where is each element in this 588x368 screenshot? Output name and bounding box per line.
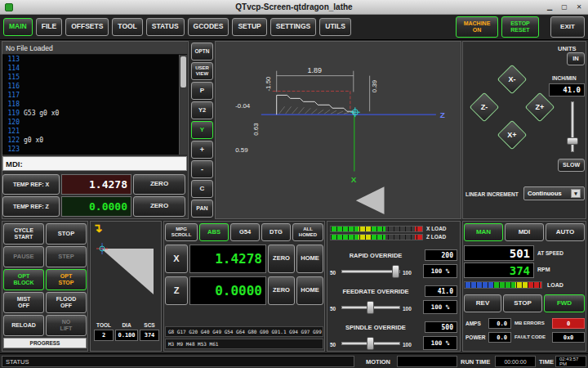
g54-button[interactable]: G54 — [230, 223, 260, 241]
view-y2-button[interactable]: Y2 — [191, 101, 213, 119]
amps-value: 0.0 — [488, 318, 511, 329]
jog-rate-slider[interactable] — [567, 101, 578, 152]
temp-ref-z-button[interactable]: TEMP REF: Z — [2, 196, 60, 217]
slider-handle[interactable] — [392, 265, 399, 278]
view-optn-button[interactable]: OPTN — [191, 43, 213, 61]
stop-button[interactable]: STOP — [46, 223, 87, 245]
cycle-start-button[interactable]: CYCLE START — [3, 223, 44, 245]
rapid-max-label: 100 — [403, 270, 412, 276]
zero-z-button[interactable]: ZERO — [268, 276, 295, 305]
tab-status[interactable]: STATUS — [146, 18, 185, 36]
minimize-icon[interactable]: ▁ — [544, 1, 555, 13]
spindle-rev-button[interactable]: REV — [464, 294, 501, 312]
axis-x-button[interactable]: X — [165, 245, 188, 273]
slider-handle[interactable] — [567, 137, 578, 145]
estop-reset-button[interactable]: ESTOP RESET — [501, 16, 539, 38]
tab-offsets[interactable]: OFFSETS — [65, 18, 109, 36]
mdi-input[interactable]: MDI: — [2, 156, 187, 171]
temp-ref-z-value: 0.0000 — [61, 196, 131, 217]
gcode-listing[interactable]: 113 114 115 116 117 118 119G53 g0 x0 120… — [2, 55, 187, 155]
temp-ref-x-zero-button[interactable]: ZERO — [133, 174, 185, 195]
mpg-scroll-button[interactable]: MPG SCROLL — [165, 223, 198, 241]
gcode-line: 114 — [5, 64, 187, 73]
opt-stop-button[interactable]: OPT STOP — [46, 269, 87, 290]
zero-x-button[interactable]: ZERO — [268, 245, 295, 273]
close-icon[interactable]: ✕ — [573, 1, 585, 13]
active-gcodes: G8 G17 G20 G40 G49 G54 G64 G80 G90 G91.1… — [165, 326, 323, 337]
dim-width: 1.89 — [308, 66, 322, 74]
rapid-override-slider[interactable] — [341, 265, 400, 278]
run-time-value: 00:00:00 — [495, 356, 536, 367]
jog-z-plus-button[interactable]: Z+ — [526, 93, 554, 121]
tab-settings[interactable]: SETTINGS — [270, 18, 317, 36]
abs-button[interactable]: ABS — [199, 223, 229, 241]
tab-tool[interactable]: TOOL — [112, 18, 142, 36]
spindle-fwd-button[interactable]: FWD — [544, 294, 585, 312]
home-z-button[interactable]: HOME — [296, 276, 323, 305]
progress-bar: PROGRESS — [3, 338, 87, 348]
step-button[interactable]: STEP — [46, 246, 87, 267]
linear-increment-value: Continuous — [528, 190, 562, 197]
mb-errors-label: MB ERRORS — [514, 321, 545, 325]
linear-increment-select[interactable]: Continuous ▾ — [523, 186, 585, 200]
amps-label: AMPS — [466, 321, 481, 326]
tab-main[interactable]: MAIN — [3, 18, 33, 36]
mode-man-button[interactable]: MAN — [464, 223, 503, 241]
maximize-icon[interactable]: ▢ — [559, 1, 570, 13]
jog-z-minus-button[interactable]: Z- — [470, 93, 498, 121]
gcode-line: 115 — [5, 73, 187, 82]
main-menubar: MAIN FILE OFFSETS TOOL STATUS GCODES SET… — [0, 15, 588, 40]
tab-setup[interactable]: SETUP — [232, 18, 266, 36]
axis-z-button[interactable]: Z — [165, 276, 188, 305]
temp-ref-z-zero-button[interactable]: ZERO — [133, 196, 185, 217]
units-in-button[interactable]: IN — [567, 52, 585, 65]
home-x-button[interactable]: HOME — [296, 245, 323, 273]
origin-marker-icon — [350, 107, 360, 117]
jog-rate-value: 41.0 — [549, 83, 585, 96]
feed-override-slider[interactable] — [341, 301, 400, 314]
spindle-stop-button[interactable]: STOP — [503, 294, 542, 312]
window-titlebar[interactable]: QTvcp-Screen-qtdragon_lathe ▁ ▢ ✕ — [0, 0, 588, 15]
tab-gcodes[interactable]: GCODES — [188, 18, 229, 36]
no-lift-button[interactable]: NO LIFT — [46, 315, 87, 336]
jog-x-plus-button[interactable]: X+ — [498, 121, 526, 149]
flood-button[interactable]: FLOOD OFF — [46, 292, 87, 313]
graphics-preview[interactable]: 1.89 0.39 -1.50 -0.04 0.63 0.59 Z X — [215, 41, 461, 219]
zoom-in-button[interactable]: + — [191, 141, 213, 159]
dtg-button[interactable]: DTG — [261, 223, 291, 241]
temp-ref-x-button[interactable]: TEMP REF: X — [2, 174, 60, 195]
spindle-override-slider[interactable] — [341, 337, 400, 350]
tool-scs-value: 374 — [140, 330, 159, 341]
mode-mdi-button[interactable]: MDI — [505, 223, 544, 241]
tab-utils[interactable]: UTILS — [319, 18, 351, 36]
dim-c: 0.59 — [235, 146, 248, 154]
view-pan-button[interactable]: PAN — [191, 200, 213, 218]
mode-auto-button[interactable]: AUTO — [546, 223, 585, 241]
view-y-button[interactable]: Y — [191, 121, 213, 139]
view-user-view-button[interactable]: USER VIEW — [191, 62, 213, 80]
statusbar: STATUS MOTION RUN TIME 00:00:00 TIME 02:… — [0, 353, 588, 368]
zoom-out-button[interactable]: - — [191, 160, 213, 178]
pause-button[interactable]: PAUSE — [3, 246, 44, 267]
view-c-button[interactable]: C — [191, 180, 213, 198]
scrollbar-thumb[interactable] — [180, 56, 186, 88]
jog-slow-button[interactable]: SLOW — [558, 159, 585, 172]
dim-right: 0.39 — [371, 79, 378, 92]
tab-file[interactable]: FILE — [36, 18, 62, 36]
slider-handle[interactable] — [367, 301, 374, 314]
opt-block-button[interactable]: OPT BLOCK — [3, 269, 44, 290]
slider-handle[interactable] — [367, 337, 374, 350]
view-p-button[interactable]: P — [191, 82, 213, 100]
gcode-line: 113 — [5, 55, 187, 64]
gcode-scrollbar[interactable] — [179, 55, 187, 155]
reload-button[interactable]: RELOAD — [3, 315, 44, 336]
exit-button[interactable]: EXIT — [550, 16, 585, 38]
all-homed-button[interactable]: ALL HOMED — [292, 223, 323, 241]
z-load-label: Z LOAD — [426, 234, 446, 240]
linear-increment-label: LINEAR INCREMENT — [466, 191, 519, 197]
mist-button[interactable]: MIST OFF — [3, 292, 44, 313]
machine-on-button[interactable]: MACHINE ON — [456, 16, 498, 38]
jog-x-minus-button[interactable]: X- — [498, 65, 526, 93]
tool-number-value: 2 — [94, 330, 114, 341]
spindle-load-meter — [464, 281, 542, 289]
